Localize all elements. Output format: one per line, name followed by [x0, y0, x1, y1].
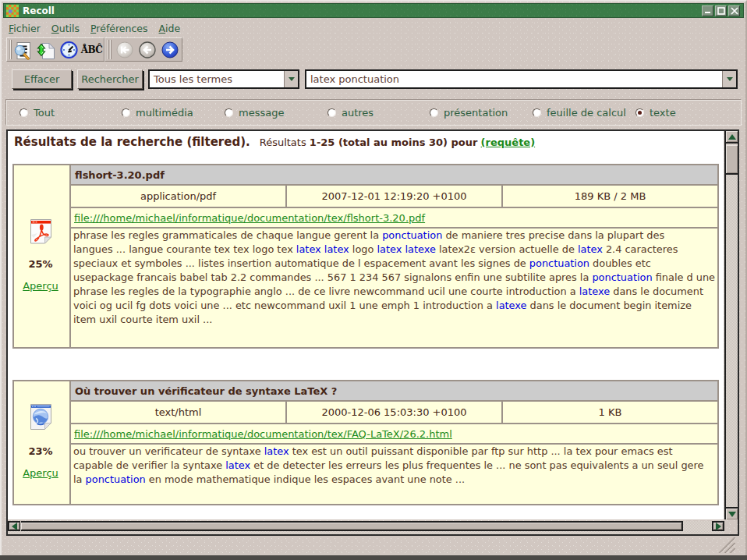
- filter-radio-texte[interactable]: texte: [635, 107, 676, 119]
- query-combo[interactable]: latex ponctuation: [305, 69, 738, 89]
- minimize-button[interactable]: [702, 5, 713, 16]
- abstract-line: item uxil courte item uxil ...: [73, 313, 715, 327]
- query-input[interactable]: latex ponctuation: [306, 73, 722, 85]
- category-filter-frame: Toutmultimédiamessageautresprésentationf…: [5, 99, 742, 126]
- result-url-link[interactable]: file:///home/michael/informatique/docume…: [74, 428, 452, 440]
- highlighted-term: latex: [578, 243, 603, 255]
- highlighted-term: ponctuation: [529, 257, 589, 269]
- abstract-text: et de detecter les erreurs les plus freq…: [250, 459, 703, 471]
- results-frame: Résultats de la recherche (filtered).Rés…: [6, 129, 739, 536]
- menu-preferences[interactable]: Préférences: [85, 21, 154, 36]
- search-button[interactable]: Rechercher: [77, 69, 143, 89]
- results-title: Résultats de la recherche (filtered).: [14, 135, 250, 149]
- abstract-text: capable de verifier la syntaxe: [73, 459, 225, 471]
- horizontal-scrollbar[interactable]: [8, 521, 724, 534]
- filter-radio-feuille-de-calcul[interactable]: feuille de calcul: [533, 107, 626, 119]
- arrow-up-icon: [728, 134, 736, 140]
- scroll-down-button[interactable]: [726, 507, 738, 519]
- menu-fichier[interactable]: Fichier: [3, 21, 46, 36]
- clear-button[interactable]: Effacer: [12, 69, 72, 89]
- result-item-1: 25% Aperçu flshort-3.20.pdf application/…: [12, 164, 719, 349]
- abstract-text: phrase les regles grammaticales de chaqu…: [73, 229, 382, 241]
- highlighted-term: latexe: [405, 243, 435, 255]
- scroll-right-button[interactable]: [712, 521, 724, 531]
- combo-dropdown-button[interactable]: [284, 71, 298, 87]
- vertical-scrollbar[interactable]: [724, 131, 738, 519]
- titlebar[interactable]: Recoll: [3, 3, 744, 18]
- abstract-text: dans le document: [610, 285, 703, 297]
- results-header: Résultats de la recherche (filtered).Rés…: [14, 135, 724, 149]
- horizontal-scroll-thumb[interactable]: [21, 521, 683, 531]
- result-mime: text/html: [71, 402, 285, 423]
- menu-aide[interactable]: Aide: [154, 21, 186, 36]
- result-2-side: 23% Aperçu: [14, 381, 69, 504]
- radio-label: message: [239, 107, 284, 119]
- abstract-line: langues ... langue courante tex tex logo…: [73, 243, 715, 257]
- result-mime: application/pdf: [71, 186, 285, 207]
- dropdown-arrow-icon: [289, 77, 295, 81]
- preview-link[interactable]: Aperçu: [23, 280, 58, 292]
- scroll-left-button[interactable]: [8, 521, 20, 531]
- result-date: 2000-12-06 15:03:30 +0100: [287, 402, 501, 423]
- close-icon: [731, 7, 738, 15]
- filter-radio-présentation[interactable]: présentation: [430, 107, 508, 119]
- radio-label: présentation: [444, 107, 508, 119]
- minimize-icon: [704, 7, 712, 14]
- first-page-icon[interactable]: [113, 39, 136, 61]
- preview-link[interactable]: Aperçu: [23, 467, 58, 479]
- menu-outils[interactable]: Outils: [46, 21, 85, 36]
- bottom-edge: [0, 555, 747, 560]
- abstract-text: 2.4 caracteres: [603, 243, 678, 255]
- recoll-window: Recoll Fichier Outils Préférences Aide: [0, 0, 747, 560]
- doc-history-icon[interactable]: [58, 39, 80, 61]
- abstract-text: finale d une: [653, 271, 715, 283]
- filter-radio-message[interactable]: message: [225, 107, 284, 119]
- query-dropdown-button[interactable]: [722, 71, 736, 87]
- search-mode-combo[interactable]: Tous les termes: [148, 69, 299, 89]
- radio-circle[interactable]: [430, 108, 438, 117]
- resize-grip[interactable]: [717, 537, 736, 553]
- advanced-search-icon[interactable]: [12, 39, 35, 61]
- radio-circle[interactable]: [533, 108, 541, 117]
- abstract-text: en mode mathematique indique les espaces…: [146, 473, 465, 485]
- filter-radio-Tout[interactable]: Tout: [19, 107, 55, 119]
- next-page-icon[interactable]: [158, 39, 181, 61]
- radio-circle[interactable]: [19, 108, 28, 117]
- radio-circle[interactable]: [635, 108, 644, 117]
- close-button[interactable]: [728, 5, 740, 16]
- status-bar: [2, 536, 742, 555]
- filter-radio-autres[interactable]: autres: [327, 107, 374, 119]
- query-link[interactable]: (requête): [481, 136, 536, 148]
- dropdown-arrow-icon: [727, 77, 733, 81]
- toolbar-handle-2[interactable]: [108, 40, 112, 59]
- highlighted-term: ponctuation: [382, 229, 442, 241]
- result-date: 2007-12-01 12:19:20 +0100: [287, 186, 501, 207]
- results-list: Résultats de la recherche (filtered).Rés…: [8, 131, 724, 519]
- highlighted-term: latex: [377, 243, 402, 255]
- scroll-up-button[interactable]: [726, 131, 738, 144]
- results-prefix: Résultats: [260, 136, 306, 148]
- maximize-button[interactable]: [715, 5, 727, 16]
- vertical-scroll-thumb[interactable]: [726, 145, 738, 175]
- radio-circle[interactable]: [122, 108, 130, 117]
- abstract-line: phrase les regles de la typographie angl…: [73, 285, 715, 299]
- result-url-link[interactable]: file:///home/michael/informatique/docume…: [74, 212, 425, 224]
- abstract-line: voici og ucil fg dots voici une ... etc …: [73, 299, 715, 313]
- radio-label: multimédia: [136, 107, 193, 119]
- result-title: Où trouver un vérificateur de syntaxe La…: [71, 381, 717, 400]
- previous-page-icon[interactable]: [136, 39, 158, 61]
- radio-circle[interactable]: [225, 108, 233, 117]
- result-1-side: 25% Aperçu: [14, 165, 69, 347]
- filter-radio-multimédia[interactable]: multimédia: [122, 107, 193, 119]
- arrow-down-icon: [728, 512, 736, 517]
- term-explorer-icon[interactable]: ÅBĈ: [80, 39, 103, 61]
- recoll-app-icon: [6, 5, 19, 17]
- sort-params-icon[interactable]: [35, 39, 58, 61]
- abstract-text: item uxil courte item uxil ...: [73, 314, 212, 325]
- radio-circle[interactable]: [327, 108, 336, 117]
- result-title: flshort-3.20.pdf: [71, 165, 717, 184]
- abstract-text: voici og ucil fg dots voici une ... etc …: [73, 299, 496, 311]
- abstract-text: dans le document begin itemize: [526, 299, 691, 311]
- abstract-line: usepackage francais babel tab 2.2 comman…: [73, 271, 715, 285]
- highlighted-term: latex: [264, 445, 289, 457]
